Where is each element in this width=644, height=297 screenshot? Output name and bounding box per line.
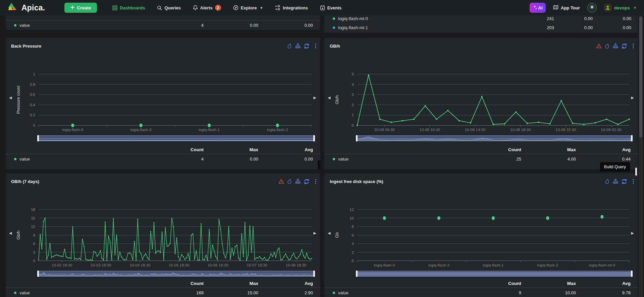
series-dot xyxy=(14,292,16,294)
svg-text:10-08 14:30: 10-08 14:30 xyxy=(465,128,485,132)
avg-header: Avg xyxy=(258,281,313,286)
panel-scrollbar[interactable] xyxy=(318,160,320,169)
legend-row[interactable]: value 169 15.00 2.90 xyxy=(6,288,320,297)
count-header: Count xyxy=(467,281,521,286)
integrations-icon xyxy=(275,5,280,10)
panel-menu-icon[interactable] xyxy=(633,43,634,49)
nav-item-dashboards[interactable]: Dashboards xyxy=(112,5,145,10)
svg-text:10-04 18:30: 10-04 18:30 xyxy=(130,263,150,267)
droplet-icon[interactable] xyxy=(605,43,610,49)
plus-icon xyxy=(70,5,74,10)
build-query-icon[interactable] xyxy=(613,179,618,184)
svg-text:0.4: 0.4 xyxy=(30,103,36,107)
nav-item-queries[interactable]: Queries xyxy=(157,5,180,10)
warning-icon[interactable] xyxy=(278,179,284,184)
panel-scrollbar-thumb[interactable] xyxy=(635,168,637,176)
panel-ingest-free-disk: Ingest free disk space (%) ◀ ▶ 024681012… xyxy=(324,173,638,297)
warning-icon[interactable] xyxy=(596,43,602,49)
nav-item-explore[interactable]: Explore ▼ xyxy=(233,5,263,10)
max-header: Max xyxy=(204,281,258,286)
refresh-icon[interactable] xyxy=(304,43,310,49)
carousel-right-arrow[interactable]: ▶ xyxy=(314,231,316,235)
slider-handle-left[interactable] xyxy=(37,135,39,141)
stats-table-header: Count Max Avg xyxy=(324,145,638,154)
svg-text:logiq-flash-3: logiq-flash-3 xyxy=(428,263,449,267)
carousel-right-arrow[interactable]: ▶ xyxy=(631,231,634,235)
legend-row[interactable]: value 4 0.00 0.00 xyxy=(6,154,320,164)
time-range-slider[interactable] xyxy=(356,135,632,141)
refresh-icon[interactable] xyxy=(621,43,627,49)
series-dot xyxy=(14,158,16,160)
theme-toggle-button[interactable] xyxy=(587,3,597,12)
count-value: 241 xyxy=(516,16,554,21)
legend-row[interactable]: value 4 0.00 0.00 xyxy=(6,20,320,30)
brand-logo[interactable]: Apica. xyxy=(7,2,45,13)
panel-menu-icon[interactable] xyxy=(315,179,316,184)
legend-row[interactable]: logiq-flash-ml-0 241 0.00 0.00 xyxy=(324,15,638,23)
build-query-icon[interactable] xyxy=(295,43,301,49)
panel-menu-icon[interactable] xyxy=(633,179,634,184)
panel-menu-icon[interactable] xyxy=(315,43,316,49)
apica-logo-icon xyxy=(7,2,18,13)
count-header: Count xyxy=(149,147,204,152)
slider-handle-left[interactable] xyxy=(37,271,39,277)
carousel-right-arrow[interactable]: ▶ xyxy=(631,96,634,100)
carousel-left-arrow[interactable]: ◀ xyxy=(9,231,12,235)
svg-text:2: 2 xyxy=(352,103,354,107)
navbar-right: AI App Tour devops ▼ xyxy=(530,3,637,13)
legend-row[interactable]: value 25 4.00 0.44 xyxy=(324,154,638,164)
avg-value: 0.00 xyxy=(258,23,313,28)
slider-handle-left[interactable] xyxy=(356,271,358,277)
time-range-slider[interactable] xyxy=(356,271,632,277)
svg-text:10-08 18:30: 10-08 18:30 xyxy=(510,128,531,132)
svg-text:0.8: 0.8 xyxy=(30,82,35,86)
series-dot xyxy=(333,26,335,29)
build-query-icon[interactable] xyxy=(295,179,301,184)
droplet-icon[interactable] xyxy=(287,43,292,49)
droplet-icon[interactable] xyxy=(287,179,292,184)
carousel-left-arrow[interactable]: ◀ xyxy=(9,96,12,100)
max-value: 0.00 xyxy=(204,23,258,28)
count-value: 203 xyxy=(516,25,554,30)
avg-header: Avg xyxy=(576,147,631,152)
svg-text:12: 12 xyxy=(350,207,354,212)
build-query-icon[interactable] xyxy=(613,43,618,49)
svg-text:8: 8 xyxy=(352,225,354,229)
time-range-slider[interactable] xyxy=(38,135,315,141)
slider-handle-right[interactable] xyxy=(631,135,633,141)
nav-item-integrations[interactable]: Integrations xyxy=(275,5,308,10)
page-scrollbar-thumb[interactable] xyxy=(639,17,642,137)
slider-handle-right[interactable] xyxy=(313,271,315,277)
svg-text:logiq-flash-0: logiq-flash-0 xyxy=(374,263,395,267)
refresh-icon[interactable] xyxy=(304,179,310,184)
droplet-icon[interactable] xyxy=(605,179,610,184)
svg-text:18: 18 xyxy=(31,207,35,212)
carousel-right-arrow[interactable]: ▶ xyxy=(314,96,316,100)
svg-text:Gb/h: Gb/h xyxy=(16,231,21,240)
svg-text:logiq-flash-0: logiq-flash-0 xyxy=(62,128,83,132)
app-tour-button[interactable]: App Tour xyxy=(553,5,580,11)
sun-icon xyxy=(590,5,594,11)
nav-item-alerts[interactable]: Alerts 2 xyxy=(193,5,221,11)
brand-name: Apica. xyxy=(21,3,45,12)
gbh-7days-chart: 0369121518Gb/h10-02 18:3010-03 18:3010-0… xyxy=(6,190,320,270)
slider-handle-right[interactable] xyxy=(313,135,315,141)
legend-row[interactable]: value 9 10.00 9.78 xyxy=(324,288,638,297)
series-dot xyxy=(333,158,335,160)
carousel-left-arrow[interactable]: ◀ xyxy=(328,231,330,235)
svg-text:9: 9 xyxy=(33,233,35,237)
slider-handle-left[interactable] xyxy=(356,135,358,141)
legend-row[interactable]: logiq-flash-ml-1 203 0.00 0.00 xyxy=(324,23,638,32)
time-range-slider[interactable] xyxy=(38,271,315,277)
nav-item-events[interactable]: Events xyxy=(320,5,342,10)
svg-text:10-09 02:30: 10-09 02:30 xyxy=(601,128,621,132)
user-menu[interactable]: devops ▼ xyxy=(604,4,637,11)
carousel-left-arrow[interactable]: ◀ xyxy=(328,96,330,100)
refresh-icon[interactable] xyxy=(621,179,627,184)
svg-text:4: 4 xyxy=(352,82,354,86)
slider-handle-right[interactable] xyxy=(631,271,633,277)
ai-assistant-button[interactable]: AI xyxy=(530,3,546,13)
top-navbar: Apica. Create Dashboards Queries Alerts … xyxy=(0,0,644,15)
create-button[interactable]: Create xyxy=(64,3,97,13)
svg-text:6: 6 xyxy=(33,242,35,246)
